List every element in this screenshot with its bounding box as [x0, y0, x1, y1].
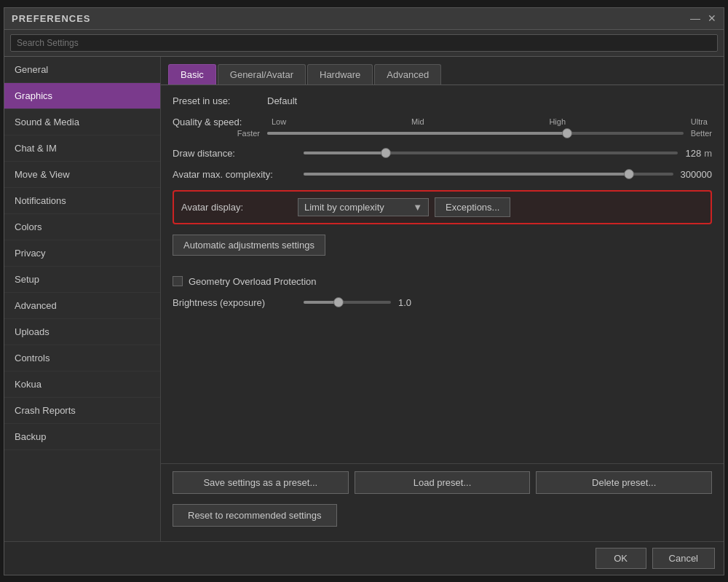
quality-high: High	[549, 117, 566, 126]
preset-label: Preset in use:	[173, 95, 267, 106]
ok-button[interactable]: OK	[596, 548, 646, 569]
tab-bar: Basic General/Avatar Hardware Advanced	[161, 57, 724, 84]
draw-distance-unit: m	[704, 148, 712, 159]
search-input[interactable]	[10, 34, 718, 52]
main-panel: Basic General/Avatar Hardware Advanced P…	[161, 57, 724, 541]
sidebar-item-move-view[interactable]: Move & View	[4, 162, 160, 188]
sidebar-item-crash-reports[interactable]: Crash Reports	[4, 398, 160, 424]
window-title: PREFERENCES	[12, 13, 91, 24]
panel-content: Preset in use: Default Quality & speed: …	[161, 84, 724, 463]
sidebar-item-backup[interactable]: Backup	[4, 424, 160, 450]
sidebar-item-chat-im[interactable]: Chat & IM	[4, 135, 160, 162]
sidebar-item-controls[interactable]: Controls	[4, 345, 160, 371]
tab-general-avatar[interactable]: General/Avatar	[218, 64, 306, 84]
brightness-value: 1.0	[398, 297, 411, 308]
reset-button[interactable]: Reset to recommended settings	[173, 504, 337, 527]
preset-row: Preset in use: Default	[173, 95, 712, 106]
avatar-complexity-label: Avatar max. complexity:	[173, 169, 304, 180]
sidebar-item-uploads[interactable]: Uploads	[4, 319, 160, 345]
quality-mid: Mid	[411, 117, 424, 126]
avatar-display-row: Avatar display: Limit by complexity ▼ Ex…	[173, 190, 712, 224]
load-preset-button[interactable]: Load preset...	[355, 471, 531, 494]
tab-basic[interactable]: Basic	[168, 64, 216, 84]
geometry-label: Geometry Overload Protection	[189, 276, 317, 287]
sidebar-item-kokua[interactable]: Kokua	[4, 371, 160, 398]
avatar-display-option: Limit by complexity	[304, 202, 384, 213]
sidebar-item-sound-media[interactable]: Sound & Media	[4, 109, 160, 135]
avatar-complexity-row: Avatar max. complexity: 300000	[173, 169, 712, 180]
dropdown-arrow-icon: ▼	[413, 202, 422, 213]
preset-buttons: Save settings as a preset... Load preset…	[173, 471, 712, 494]
save-preset-button[interactable]: Save settings as a preset...	[173, 471, 349, 494]
sidebar-item-setup[interactable]: Setup	[4, 267, 160, 293]
sidebar-item-colors[interactable]: Colors	[4, 214, 160, 240]
close-button[interactable]: ✕	[708, 13, 716, 23]
footer: OK Cancel	[4, 541, 724, 575]
draw-distance-slider[interactable]	[304, 152, 678, 154]
brightness-row: Brightness (exposure) 1.0	[173, 297, 712, 308]
cancel-button[interactable]: Cancel	[652, 548, 715, 569]
auto-adj-row: Automatic adjustments settings	[173, 235, 712, 266]
avatar-display-label: Avatar display:	[181, 202, 298, 213]
minimize-button[interactable]: —	[690, 13, 700, 23]
avatar-display-dropdown[interactable]: Limit by complexity ▼	[298, 198, 429, 216]
reset-row: Reset to recommended settings	[173, 504, 712, 534]
quality-label: Quality & speed:	[173, 117, 267, 127]
brightness-label: Brightness (exposure)	[173, 297, 304, 308]
quality-slider[interactable]	[267, 132, 684, 135]
content-area: General Graphics Sound & Media Chat & IM…	[4, 57, 724, 541]
bottom-area: Save settings as a preset... Load preset…	[161, 463, 724, 541]
sidebar: General Graphics Sound & Media Chat & IM…	[4, 57, 161, 541]
geometry-checkbox[interactable]	[173, 276, 183, 286]
title-bar: PREFERENCES — ✕	[4, 8, 724, 30]
draw-distance-row: Draw distance: 128 m	[173, 148, 712, 159]
window-controls: — ✕	[690, 13, 716, 23]
preset-value: Default	[267, 95, 297, 106]
brightness-slider[interactable]	[304, 301, 391, 304]
quality-row: Quality & speed: Low Mid High Ultra Fast…	[173, 117, 712, 138]
sidebar-item-notifications[interactable]: Notifications	[4, 188, 160, 214]
draw-distance-label: Draw distance:	[173, 148, 304, 159]
geometry-protection-row: Geometry Overload Protection	[173, 276, 712, 287]
quality-better: Better	[691, 129, 712, 138]
tab-advanced[interactable]: Advanced	[374, 64, 441, 84]
sidebar-item-general[interactable]: General	[4, 57, 160, 83]
sidebar-item-privacy[interactable]: Privacy	[4, 240, 160, 267]
quality-ultra: Ultra	[691, 117, 708, 126]
search-bar	[4, 30, 724, 57]
quality-faster: Faster	[237, 129, 260, 138]
sidebar-item-advanced[interactable]: Advanced	[4, 293, 160, 319]
tab-hardware[interactable]: Hardware	[307, 64, 373, 84]
draw-distance-value: 128	[685, 148, 701, 159]
preferences-window: PREFERENCES — ✕ General Graphics Sound &…	[4, 7, 724, 575]
auto-adjustments-button[interactable]: Automatic adjustments settings	[173, 235, 325, 256]
avatar-complexity-value: 300000	[681, 169, 712, 180]
exceptions-button[interactable]: Exceptions...	[435, 197, 510, 217]
avatar-complexity-slider[interactable]	[304, 173, 673, 176]
quality-low: Low	[272, 117, 286, 126]
delete-preset-button[interactable]: Delete preset...	[536, 471, 712, 494]
sidebar-item-graphics[interactable]: Graphics	[4, 83, 160, 109]
